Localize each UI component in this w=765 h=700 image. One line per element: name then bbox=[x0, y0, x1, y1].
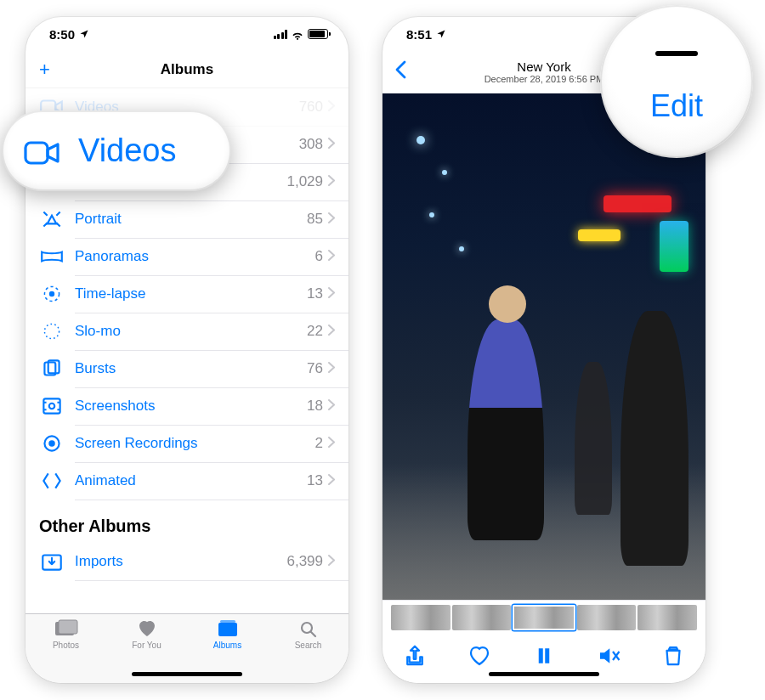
battery-icon bbox=[308, 29, 328, 39]
album-row-imports[interactable]: Imports 6,399 bbox=[26, 543, 348, 580]
row-label: Panoramas bbox=[75, 248, 315, 265]
video-scrubber[interactable] bbox=[382, 600, 706, 634]
screenrec-icon bbox=[39, 433, 65, 454]
imports-icon bbox=[39, 551, 65, 572]
panoramas-icon bbox=[39, 246, 65, 267]
album-row-timelapse[interactable]: Time-lapse 13 bbox=[26, 275, 348, 313]
chevron-right-icon bbox=[328, 287, 335, 301]
pause-button[interactable] bbox=[531, 643, 557, 674]
tab-label: Search bbox=[295, 641, 322, 650]
location-arrow-icon bbox=[436, 27, 446, 42]
row-label: Animated bbox=[75, 472, 307, 489]
nav-bar: + Albums bbox=[26, 51, 348, 88]
svg-point-19 bbox=[302, 623, 312, 633]
album-row-bursts[interactable]: Bursts 76 bbox=[26, 350, 348, 387]
row-label: Slo-mo bbox=[75, 323, 307, 340]
chevron-right-icon bbox=[328, 362, 335, 375]
svg-rect-25 bbox=[26, 143, 48, 163]
album-row-animated[interactable]: Animated 13 bbox=[26, 462, 348, 500]
nav-title: Albums bbox=[161, 61, 213, 78]
row-count: 6,399 bbox=[286, 553, 323, 570]
callout-label: Videos bbox=[78, 133, 177, 169]
row-count: 1,029 bbox=[286, 173, 323, 190]
share-button[interactable] bbox=[402, 643, 428, 674]
timelapse-icon bbox=[39, 284, 65, 304]
row-count: 308 bbox=[299, 136, 323, 153]
svg-point-7 bbox=[44, 324, 59, 338]
foryou-tab-icon bbox=[135, 619, 159, 638]
row-label: Portrait bbox=[75, 211, 307, 228]
row-count: 76 bbox=[307, 360, 323, 377]
row-label: Imports bbox=[75, 553, 286, 570]
svg-point-6 bbox=[49, 291, 54, 296]
album-row-screenshots[interactable]: Screenshots 18 bbox=[26, 387, 348, 425]
svg-rect-16 bbox=[59, 620, 77, 634]
location-arrow-icon bbox=[79, 27, 89, 42]
tab-label: Albums bbox=[213, 641, 241, 650]
tab-photos[interactable]: Photos bbox=[26, 619, 106, 683]
portrait-icon bbox=[39, 209, 65, 229]
svg-rect-21 bbox=[539, 648, 543, 663]
svg-point-11 bbox=[49, 404, 54, 409]
row-label: Screenshots bbox=[75, 398, 307, 415]
home-indicator[interactable] bbox=[132, 672, 242, 676]
slomo-icon bbox=[39, 321, 65, 342]
status-time: 8:50 bbox=[49, 27, 75, 42]
row-count: 13 bbox=[307, 285, 323, 302]
svg-line-20 bbox=[311, 632, 315, 636]
add-album-button[interactable]: + bbox=[39, 59, 50, 81]
album-row-panoramas[interactable]: Panoramas 6 bbox=[26, 238, 348, 275]
album-row-screenrec[interactable]: Screen Recordings 2 bbox=[26, 425, 348, 462]
video-datetime: December 28, 2019 6:56 PM bbox=[484, 74, 604, 85]
speaker-slot bbox=[655, 51, 698, 56]
back-button[interactable] bbox=[394, 60, 406, 84]
status-bar: 8:50 bbox=[26, 17, 348, 51]
row-count: 85 bbox=[307, 211, 323, 228]
chevron-right-icon bbox=[328, 100, 335, 114]
svg-rect-17 bbox=[218, 623, 237, 636]
svg-point-13 bbox=[48, 440, 55, 447]
svg-rect-18 bbox=[220, 620, 235, 623]
row-label: Time-lapse bbox=[75, 285, 307, 302]
svg-rect-10 bbox=[43, 398, 60, 413]
cell-signal-icon bbox=[274, 30, 288, 39]
section-other-albums: Other Albums bbox=[26, 500, 348, 543]
row-count: 2 bbox=[315, 435, 323, 452]
chevron-right-icon bbox=[328, 474, 335, 488]
row-count: 18 bbox=[307, 398, 323, 415]
chevron-right-icon bbox=[328, 212, 335, 226]
video-location: New York bbox=[484, 59, 604, 74]
row-label: Bursts bbox=[75, 360, 307, 377]
mute-button[interactable] bbox=[596, 643, 621, 674]
chevron-right-icon bbox=[328, 175, 335, 189]
favorite-button[interactable] bbox=[467, 643, 492, 674]
chevron-right-icon bbox=[328, 437, 335, 450]
tab-search[interactable]: Search bbox=[268, 619, 348, 683]
delete-button[interactable] bbox=[660, 643, 686, 674]
chevron-right-icon bbox=[328, 138, 335, 151]
tab-label: Photos bbox=[53, 641, 79, 650]
bursts-icon bbox=[39, 358, 65, 379]
wifi-icon bbox=[291, 29, 304, 39]
status-time: 8:51 bbox=[406, 27, 432, 42]
album-row-portrait[interactable]: Portrait 85 bbox=[26, 200, 348, 238]
animated-icon bbox=[39, 471, 65, 491]
row-label: Screen Recordings bbox=[75, 435, 315, 452]
callout-edit: Edit bbox=[600, 5, 753, 158]
album-row-slomo[interactable]: Slo-mo 22 bbox=[26, 313, 348, 350]
video-camera-icon bbox=[24, 138, 61, 165]
chevron-right-icon bbox=[328, 555, 335, 568]
chevron-right-icon bbox=[328, 325, 335, 338]
screenshots-icon bbox=[39, 396, 65, 416]
albums-tab-icon bbox=[216, 619, 240, 638]
callout-videos: Videos bbox=[2, 110, 231, 191]
row-count: 13 bbox=[307, 472, 323, 489]
chevron-right-icon bbox=[328, 399, 335, 413]
chevron-right-icon bbox=[328, 250, 335, 263]
video-frame[interactable] bbox=[382, 93, 706, 600]
video-player[interactable] bbox=[382, 93, 706, 683]
svg-rect-22 bbox=[545, 648, 549, 663]
row-count: 760 bbox=[299, 99, 323, 116]
home-indicator[interactable] bbox=[489, 672, 599, 676]
photos-tab-icon bbox=[54, 619, 78, 638]
